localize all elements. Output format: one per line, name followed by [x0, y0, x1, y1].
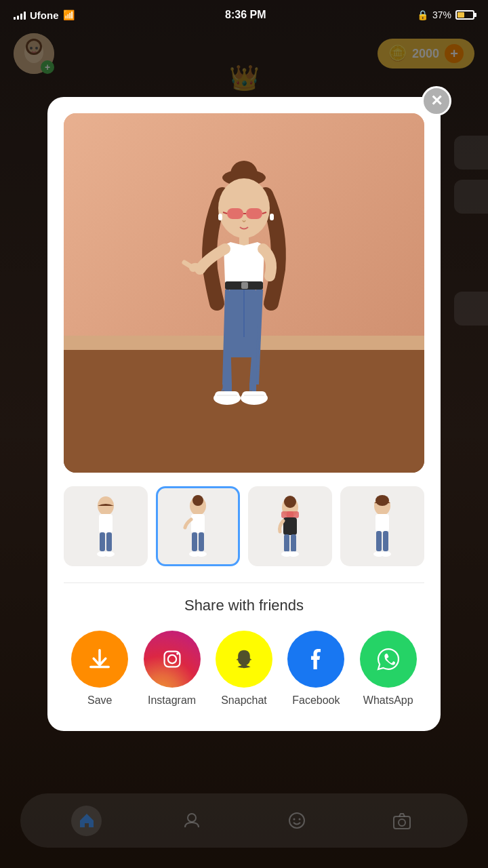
- svg-point-47: [192, 495, 203, 506]
- svg-rect-42: [100, 532, 105, 551]
- whatsapp-label: WhatsApp: [363, 694, 413, 707]
- svg-point-45: [104, 551, 115, 557]
- svg-rect-41: [99, 514, 113, 533]
- save-label: Save: [87, 694, 112, 707]
- share-facebook-button[interactable]: Facebook: [287, 631, 344, 707]
- svg-point-71: [176, 652, 179, 655]
- share-section: Share with friends Save: [64, 583, 424, 707]
- status-left: Ufone 📶: [14, 9, 75, 21]
- svg-point-54: [284, 496, 296, 508]
- snapchat-label: Snapchat: [221, 694, 267, 707]
- svg-point-52: [196, 551, 207, 557]
- share-instagram-button[interactable]: Instagram: [144, 631, 201, 707]
- lock-icon: 🔒: [417, 9, 428, 20]
- instagram-icon: [144, 631, 201, 688]
- status-bar: Ufone 📶 8:36 PM 🔒 37%: [0, 0, 488, 30]
- share-apps-row: Save Instagram: [64, 631, 424, 707]
- svg-rect-26: [218, 214, 222, 220]
- thumbnail-4[interactable]: [340, 486, 424, 566]
- svg-rect-22: [246, 208, 262, 219]
- svg-rect-64: [375, 514, 389, 532]
- snapchat-icon: [216, 631, 272, 688]
- status-time: 8:36 PM: [225, 9, 266, 21]
- character-svg: [169, 140, 319, 473]
- modal-overlay: ✕: [0, 0, 488, 868]
- battery-icon: [455, 10, 474, 20]
- whatsapp-icon: [360, 631, 417, 688]
- svg-rect-32: [229, 290, 256, 357]
- share-title: Share with friends: [64, 597, 424, 614]
- svg-rect-59: [291, 534, 296, 552]
- svg-rect-43: [106, 532, 112, 551]
- thumbnail-strip: [64, 486, 424, 566]
- svg-line-31: [184, 262, 193, 268]
- svg-rect-27: [270, 214, 274, 220]
- svg-rect-65: [376, 531, 382, 551]
- svg-rect-50: [199, 532, 204, 551]
- share-divider: [64, 583, 424, 583]
- battery-percent: 37%: [432, 9, 451, 20]
- svg-rect-49: [192, 532, 197, 551]
- avatar-main-display: [64, 113, 424, 473]
- share-modal: ✕: [47, 97, 441, 731]
- wifi-icon: 📶: [63, 9, 75, 20]
- svg-rect-66: [383, 531, 388, 551]
- share-whatsapp-button[interactable]: WhatsApp: [360, 631, 417, 707]
- svg-rect-21: [227, 208, 243, 219]
- facebook-label: Facebook: [292, 694, 340, 707]
- svg-point-61: [288, 551, 299, 557]
- carrier-name: Ufone: [30, 9, 59, 21]
- close-icon: ✕: [430, 92, 443, 110]
- share-snapchat-button[interactable]: Snapchat: [216, 631, 272, 707]
- svg-point-70: [167, 654, 176, 663]
- svg-rect-57: [283, 517, 297, 535]
- close-button[interactable]: ✕: [422, 86, 451, 116]
- save-icon: [71, 631, 128, 688]
- thumbnail-1[interactable]: [64, 486, 148, 566]
- svg-rect-30: [241, 282, 248, 289]
- svg-rect-56: [287, 511, 299, 518]
- svg-point-68: [380, 551, 391, 557]
- svg-point-63: [375, 495, 389, 506]
- facebook-icon: [287, 631, 344, 688]
- signal-icon: [14, 10, 26, 20]
- thumbnail-3[interactable]: [248, 486, 332, 566]
- svg-rect-48: [191, 514, 205, 533]
- thumbnail-2[interactable]: [156, 486, 240, 566]
- share-save-button[interactable]: Save: [71, 631, 128, 707]
- status-right: 🔒 37%: [417, 9, 474, 20]
- instagram-label: Instagram: [148, 694, 196, 707]
- svg-rect-58: [284, 534, 289, 552]
